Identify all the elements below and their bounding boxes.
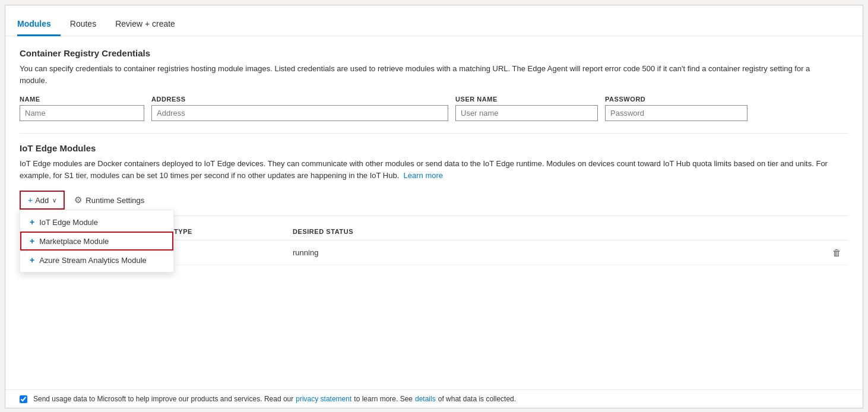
dropdown-azure-stream-analytics[interactable]: + Azure Stream Analytics Module [20, 251, 173, 270]
page-container: Modules Routes Review + create Container… [5, 5, 863, 408]
delete-icon: 🗑 [832, 248, 841, 258]
dropdown-marketplace-label: Marketplace Module [39, 237, 109, 246]
bottom-bar: Send usage data to Microsoft to help imp… [5, 389, 863, 408]
delete-row-button[interactable]: 🗑 [832, 248, 841, 258]
toolbar-row: + Add ∨ + IoT Edge Module + Marketplace … [20, 191, 848, 216]
section-divider [20, 133, 848, 134]
address-input[interactable] [151, 105, 448, 121]
username-input[interactable] [455, 105, 598, 121]
username-field-wrapper: USER NAME [455, 96, 598, 121]
add-button[interactable]: + Add ∨ [20, 191, 65, 210]
dropdown-marketplace-plus-icon: + [30, 236, 34, 246]
bottom-bar-text-after: of what data is collected. [438, 395, 516, 403]
bottom-bar-text-before: Send usage data to Microsoft to help imp… [33, 395, 293, 403]
container-registry-desc: You can specify credentials to container… [20, 63, 839, 86]
learn-more-link[interactable]: Learn more [404, 171, 443, 180]
address-label: ADDRESS [151, 96, 448, 103]
runtime-settings-button[interactable]: ⚙ Runtime Settings [74, 195, 144, 205]
usage-data-checkbox[interactable] [20, 395, 27, 403]
col-header-action [825, 228, 848, 235]
add-button-label: Add [35, 196, 49, 205]
chevron-down-icon: ∨ [52, 197, 56, 204]
tab-routes[interactable]: Routes [70, 14, 106, 36]
privacy-statement-link[interactable]: privacy statement [296, 395, 351, 403]
password-field-wrapper: PASSWORD [605, 96, 747, 121]
col-header-type: TYPE [174, 228, 293, 235]
dropdown-marketplace-module[interactable]: + Marketplace Module [20, 232, 173, 251]
dropdown-asa-plus-icon: + [30, 255, 34, 265]
add-dropdown-menu: + IoT Edge Module + Marketplace Module +… [20, 210, 174, 272]
details-link[interactable]: details [415, 395, 436, 403]
dropdown-iot-edge-label: IoT Edge Module [39, 218, 98, 227]
tab-modules[interactable]: Modules [17, 14, 61, 36]
name-input[interactable] [20, 105, 144, 121]
name-field-wrapper: NAME [20, 96, 144, 121]
gear-icon: ⚙ [74, 195, 82, 205]
add-button-wrapper: + Add ∨ + IoT Edge Module + Marketplace … [20, 191, 65, 210]
container-registry-title: Container Registry Credentials [20, 48, 848, 58]
password-label: PASSWORD [605, 96, 747, 103]
password-input[interactable] [605, 105, 747, 121]
dropdown-asa-label: Azure Stream Analytics Module [39, 256, 147, 265]
main-content: Container Registry Credentials You can s… [5, 36, 863, 277]
tab-review-create[interactable]: Review + create [115, 14, 185, 36]
iot-edge-desc: IoT Edge modules are Docker containers d… [20, 158, 839, 181]
add-plus-icon: + [28, 195, 33, 205]
runtime-settings-label: Runtime Settings [85, 196, 144, 205]
credentials-form-row: NAME ADDRESS USER NAME PASSWORD [20, 96, 848, 121]
tabs-bar: Modules Routes Review + create [5, 5, 863, 36]
bottom-bar-text-middle: to learn more. See [354, 395, 413, 403]
dropdown-iot-edge-module[interactable]: + IoT Edge Module [20, 213, 173, 232]
name-label: NAME [20, 96, 144, 103]
address-field-wrapper: ADDRESS [151, 96, 448, 121]
col-header-status: DESIRED STATUS [293, 228, 825, 235]
username-label: USER NAME [455, 96, 598, 103]
iot-edge-title: IoT Edge Modules [20, 143, 848, 153]
container-registry-section: Container Registry Credentials You can s… [20, 48, 848, 121]
row-action-cell: 🗑 [825, 248, 848, 258]
iot-edge-section: IoT Edge Modules IoT Edge modules are Do… [20, 143, 848, 265]
dropdown-iot-plus-icon: + [30, 217, 34, 227]
row-status-cell: running [293, 248, 825, 257]
